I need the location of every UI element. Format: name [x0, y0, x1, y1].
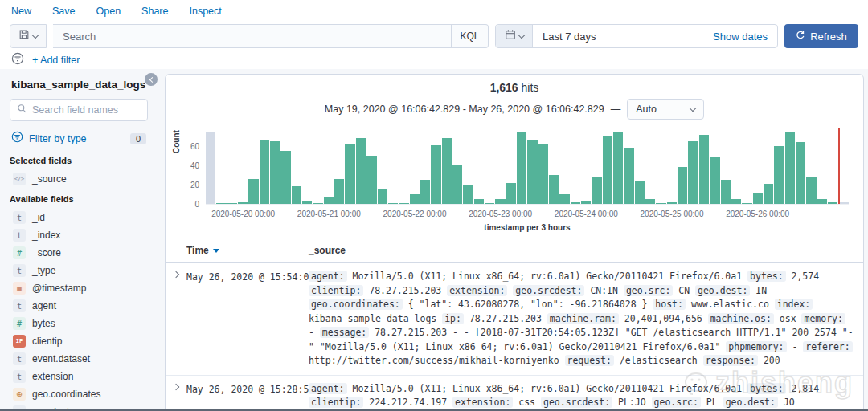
nav-open[interactable]: Open — [96, 6, 121, 17]
y-tick-label: 60 — [190, 142, 199, 151]
histogram-bar[interactable] — [345, 144, 354, 204]
nav-new[interactable]: New — [11, 6, 31, 17]
histogram-bar[interactable] — [753, 193, 763, 204]
show-dates-link[interactable]: Show dates — [703, 31, 777, 43]
query-language-button[interactable]: KQL — [451, 25, 488, 47]
histogram-bar[interactable] — [699, 135, 709, 204]
field-item-@timestamp[interactable]: ▦@timestamp — [10, 279, 148, 297]
histogram-bar[interactable] — [645, 199, 655, 204]
calendar-icon — [505, 29, 516, 43]
histogram-bar[interactable] — [527, 140, 537, 204]
table-row: May 26, 2020 @ 15:28:58.664agent: Mozill… — [166, 376, 863, 411]
histogram-bar[interactable] — [356, 138, 366, 204]
saved-query-menu-button[interactable] — [10, 24, 47, 48]
nav-inspect[interactable]: Inspect — [189, 6, 221, 17]
collapse-sidebar-button[interactable] — [145, 73, 158, 86]
histogram-bar[interactable] — [302, 201, 312, 204]
histogram-bar[interactable] — [506, 183, 516, 204]
field-item-bytes[interactable]: #bytes — [10, 315, 148, 332]
histogram-bar[interactable] — [571, 202, 580, 204]
hits-summary: 1,616 hits — [166, 75, 863, 94]
histogram-bar[interactable] — [324, 197, 334, 204]
refresh-button[interactable]: Refresh — [784, 24, 858, 48]
histogram-bar[interactable] — [581, 201, 591, 204]
expand-row-button[interactable] — [166, 270, 186, 368]
field-search-input[interactable] — [32, 104, 141, 116]
field-item-agent[interactable]: tagent — [10, 297, 148, 315]
histogram-bar[interactable] — [559, 194, 569, 204]
histogram-bar[interactable] — [635, 181, 645, 204]
field-item-_index[interactable]: t_index — [10, 226, 148, 244]
date-range-value[interactable]: Last 7 days — [533, 31, 703, 43]
histogram-bar[interactable] — [774, 146, 784, 204]
histogram-bar[interactable] — [216, 203, 226, 204]
histogram-bar[interactable] — [463, 185, 473, 204]
histogram-bar[interactable] — [431, 145, 440, 204]
field-item-_type[interactable]: t_type — [10, 262, 148, 279]
histogram-bar[interactable] — [313, 203, 322, 204]
histogram-bar[interactable] — [656, 203, 665, 204]
field-item-clientip[interactable]: IPclientip — [10, 332, 148, 350]
histogram-bar[interactable] — [667, 202, 677, 204]
histogram-bar[interactable] — [206, 132, 215, 204]
histogram-bar[interactable] — [452, 165, 462, 204]
histogram-bar[interactable] — [549, 175, 559, 204]
filter-by-type-button[interactable]: Filter by type 0 — [11, 131, 146, 146]
histogram-bar[interactable] — [624, 148, 633, 204]
field-item-_source[interactable]: </>_source — [10, 170, 148, 188]
expand-row-button[interactable] — [166, 382, 186, 411]
chart-plot-area[interactable] — [206, 128, 849, 205]
histogram-bar[interactable] — [688, 141, 698, 204]
histogram-bar[interactable] — [785, 132, 795, 204]
histogram-bar[interactable] — [248, 179, 258, 204]
filter-settings-icon[interactable] — [11, 52, 24, 68]
histogram-bar[interactable] — [420, 180, 430, 204]
histogram-bar[interactable] — [603, 136, 612, 204]
interval-select[interactable]: Auto — [627, 99, 704, 120]
histogram-bar[interactable] — [227, 203, 237, 204]
histogram-bar[interactable] — [260, 140, 269, 204]
histogram-bar[interactable] — [806, 177, 816, 204]
nav-save[interactable]: Save — [52, 6, 76, 17]
field-item-event.dataset[interactable]: tevent.dataset — [10, 350, 148, 368]
histogram-bar[interactable] — [678, 167, 687, 204]
field-item-_score[interactable]: #_score — [10, 244, 148, 262]
histogram-bar[interactable] — [399, 203, 408, 204]
add-filter-button[interactable]: + Add filter — [32, 55, 80, 66]
histogram-bar[interactable] — [495, 199, 505, 204]
histogram-bar[interactable] — [378, 189, 387, 204]
histogram-bar[interactable] — [238, 202, 248, 204]
time-column-header[interactable]: Time — [186, 245, 309, 256]
histogram-bar[interactable] — [388, 203, 398, 204]
histogram-bar[interactable] — [764, 184, 773, 204]
histogram-bar[interactable] — [485, 203, 494, 204]
histogram-bar[interactable] — [517, 132, 526, 204]
histogram-bar[interactable] — [828, 202, 837, 204]
index-pattern-switcher[interactable]: kibana_sample_data_logs — [10, 74, 148, 99]
histogram-bar[interactable] — [796, 142, 805, 204]
histogram-chart[interactable]: Count 0204060 2020-05-20 00:002020-05-21… — [174, 128, 849, 234]
histogram-bar[interactable] — [721, 180, 731, 204]
field-item-geo.coordinates[interactable]: ⊕geo.coordinates — [10, 385, 148, 403]
histogram-bar[interactable] — [742, 203, 751, 204]
histogram-bar[interactable] — [474, 199, 484, 204]
histogram-bar[interactable] — [538, 144, 548, 204]
histogram-bar[interactable] — [592, 177, 601, 204]
nav-share[interactable]: Share — [141, 6, 168, 17]
histogram-bar[interactable] — [280, 151, 290, 204]
histogram-bar[interactable] — [731, 199, 741, 204]
histogram-bar[interactable] — [334, 179, 344, 204]
histogram-bar[interactable] — [270, 141, 280, 204]
histogram-bar[interactable] — [292, 186, 301, 204]
histogram-bar[interactable] — [710, 157, 719, 204]
histogram-bar[interactable] — [838, 202, 848, 204]
field-item-extension[interactable]: textension — [10, 368, 148, 385]
search-input[interactable] — [53, 25, 451, 47]
date-quick-select-button[interactable] — [496, 25, 533, 47]
histogram-bar[interactable] — [613, 132, 623, 204]
histogram-bar[interactable] — [410, 194, 420, 204]
histogram-bar[interactable] — [442, 138, 452, 204]
field-item-_id[interactable]: t_id — [10, 209, 148, 226]
histogram-bar[interactable] — [817, 199, 827, 204]
histogram-bar[interactable] — [366, 156, 376, 204]
